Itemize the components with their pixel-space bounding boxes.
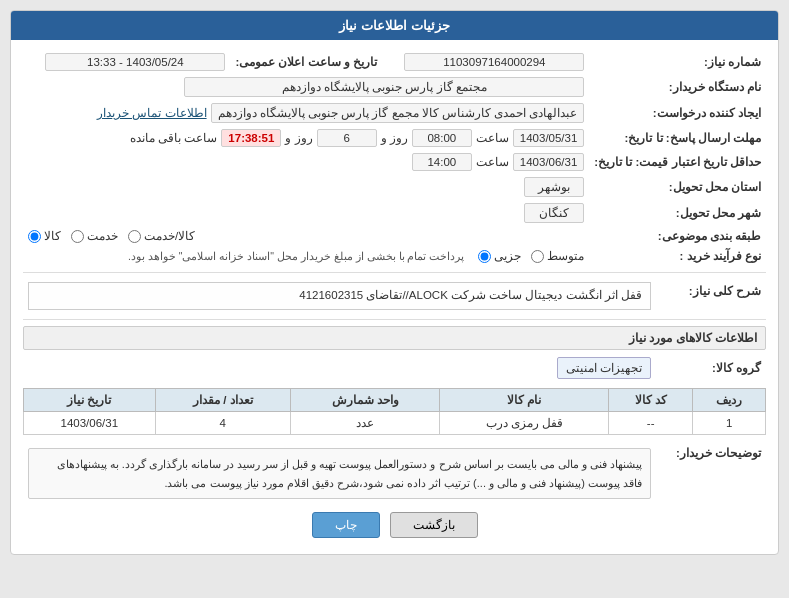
cell-nam: قفل رمزی درب xyxy=(440,412,609,435)
tabaghe-label: طبقه بندی موضوعی: xyxy=(589,226,766,246)
table-row: 1 -- قفل رمزی درب عدد 4 1403/06/31 xyxy=(24,412,766,435)
tabaghe-kala-khadamat-radio[interactable] xyxy=(128,230,141,243)
col-radif: ردیف xyxy=(693,389,766,412)
ostan-label: استان محل تحویل: xyxy=(589,174,766,200)
farayand-jazyi-option[interactable]: جزیی xyxy=(478,249,521,263)
tabaghe-khadamat-radio[interactable] xyxy=(71,230,84,243)
tabaghe-kala-option[interactable]: کالا xyxy=(28,229,61,243)
farayand-note: پرداخت تمام با بخشی از مبلغ خریدار محل "… xyxy=(28,250,464,262)
mohlat-saat: 08:00 xyxy=(412,129,472,147)
saat-label: ساعت xyxy=(476,131,509,145)
chap-button[interactable]: چاپ xyxy=(312,512,380,538)
shahr-value: کنگان xyxy=(524,203,584,223)
mohlat-roz: 6 xyxy=(317,129,377,147)
tabaghe-kala-radio[interactable] xyxy=(28,230,41,243)
mohlat-date: 1403/05/31 xyxy=(513,129,585,147)
hadaksar-saat-label: ساعت xyxy=(476,155,509,169)
col-tarikh: تاریخ نیاز xyxy=(24,389,156,412)
bazgasht-button[interactable]: بازگشت xyxy=(390,512,478,538)
farayand-jazyi-label: جزیی xyxy=(494,249,521,263)
farayand-jazyi-radio[interactable] xyxy=(478,250,491,263)
farayand-motevaset-radio[interactable] xyxy=(531,250,544,263)
tarikh-value: 1403/05/24 - 13:33 xyxy=(45,53,225,71)
tawzih-value: پیشنهاد فنی و مالی می بایست بر اساس شرح … xyxy=(28,448,651,499)
ijad-konande-label: ایجاد کننده درخواست: xyxy=(589,100,766,126)
group-kala-value: تجهیزات امنیتی xyxy=(557,357,651,379)
col-nam: نام کالا xyxy=(440,389,609,412)
cell-radif: 1 xyxy=(693,412,766,435)
sherh-kolli-label: شرح کلی نیاز: xyxy=(656,279,766,313)
hadaksar-date: 1403/06/31 xyxy=(513,153,585,171)
roz-label: روز و xyxy=(381,131,408,145)
roz-text: روز و xyxy=(285,131,312,145)
tabaghe-kala-khadamat-label: کالا/خدمت xyxy=(144,229,195,243)
farayand-motevaset-option[interactable]: متوسط xyxy=(531,249,584,263)
mohlat-ersal-label: مهلت ارسال پاسخ: تا تاریخ: xyxy=(589,126,766,150)
tabaghe-kala-label: کالا xyxy=(44,229,61,243)
tawzih-label: توضیحات خریدار: xyxy=(656,441,766,502)
col-kod: کد کالا xyxy=(609,389,693,412)
products-table: ردیف کد کالا نام کالا واحد شمارش تعداد /… xyxy=(23,388,766,435)
ijad-konande-value: عبدالهادی احمدی کارشناس کالا مجمع گاز پا… xyxy=(211,103,585,123)
shahr-label: شهر محل تحویل: xyxy=(589,200,766,226)
page-title: جزئیات اطلاعات نیاز xyxy=(11,11,778,40)
tabaghe-khadamat-label: خدمت xyxy=(87,229,118,243)
hadaksar-saat: 14:00 xyxy=(412,153,472,171)
farayand-motevaset-label: متوسط xyxy=(547,249,584,263)
col-vahed: واحد شمارش xyxy=(290,389,440,412)
col-tedad: تعداد / مقدار xyxy=(155,389,290,412)
cell-kod: -- xyxy=(609,412,693,435)
sherh-kolli-value: قفل اثر انگشت دیجیتال ساخت شرکت ALOCK//ت… xyxy=(28,282,651,310)
nam-dastgah-label: نام دستگاه خریدار: xyxy=(589,74,766,100)
cell-vahed: عدد xyxy=(290,412,440,435)
mohlat-baqi: 17:38:51 xyxy=(221,129,281,147)
shomare-niaz-value: 1103097164000294 xyxy=(404,53,584,71)
tabaghe-khadamat-option[interactable]: خدمت xyxy=(71,229,118,243)
etelaat-section-title: اطلاعات کالاهای مورد نیاز xyxy=(23,326,766,350)
nam-dastgah-value: مجتمع گاز پارس جنوبی پالایشگاه دوازدهم xyxy=(184,77,584,97)
ostan-value: بوشهر xyxy=(524,177,584,197)
hadaksar-label: حداقل تاریخ اعتبار قیمت: تا تاریخ: xyxy=(589,150,766,174)
noe-farayand-label: نوع فرآیند خرید : xyxy=(589,246,766,266)
shomare-niaz-label: شماره نیاز: xyxy=(589,50,766,74)
baqi-label: ساعت باقی مانده xyxy=(130,131,217,145)
tarikh-label: تاریخ و ساعت اعلان عمومی: xyxy=(230,50,382,74)
tabaghe-kala-khadamat-option[interactable]: کالا/خدمت xyxy=(128,229,195,243)
group-kala-label: گروه کالا: xyxy=(656,354,766,382)
cell-tarikh: 1403/06/31 xyxy=(24,412,156,435)
tamas-kharidar-link[interactable]: اطلاعات تماس خریدار xyxy=(97,106,206,120)
cell-tedad: 4 xyxy=(155,412,290,435)
